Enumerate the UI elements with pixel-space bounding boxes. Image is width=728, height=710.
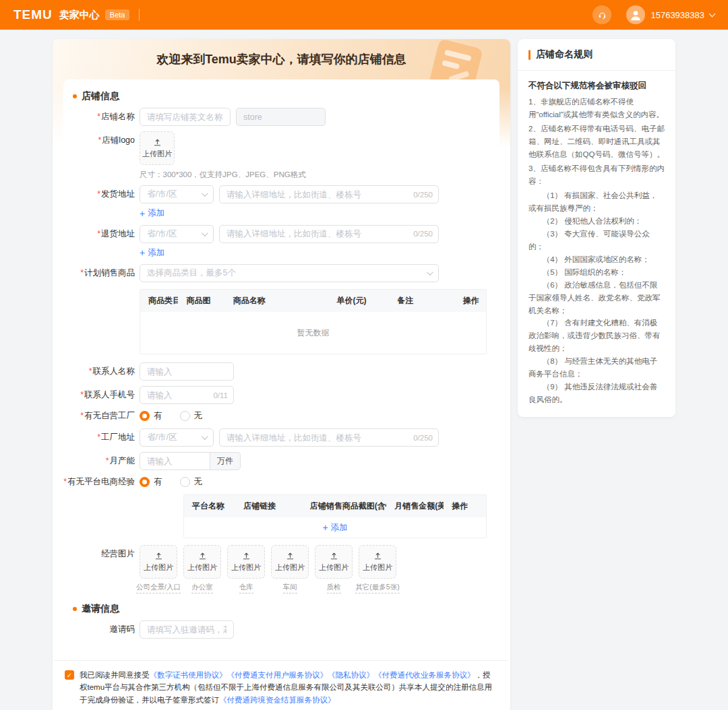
field-label: 邀请码 bbox=[63, 620, 135, 635]
rule-text: （4） 外国国家或地区的名称； bbox=[528, 253, 665, 266]
field-monthly-capacity: *月产能 万件 bbox=[63, 452, 499, 470]
business-image-tiles: 上传图片 公司全景/入口 上传图片 bbox=[140, 545, 499, 593]
upload-tile: 上传图片 公司全景/入口 bbox=[140, 545, 177, 593]
plus-icon: + bbox=[322, 523, 328, 532]
field-label: *联系人手机号 bbox=[63, 386, 135, 400]
agreement-link[interactable]: 《数字证书使用协议》 bbox=[150, 671, 227, 679]
contact-phone-input[interactable] bbox=[140, 386, 234, 404]
panel-header: 店铺命名规则 bbox=[518, 39, 675, 70]
upload-tile: 上传图片 其它(最多5张) bbox=[359, 545, 396, 593]
agreement-link[interactable]: 《隐私协议》 bbox=[328, 671, 374, 679]
factory-detail-input[interactable] bbox=[219, 428, 439, 447]
add-platform-link[interactable]: +添加 bbox=[322, 522, 347, 534]
rule-text: （9） 其他违反法律法规或社会善良风俗的。 bbox=[528, 381, 665, 406]
beta-badge: Beta bbox=[105, 9, 130, 20]
app-title: 卖家中心 bbox=[59, 9, 100, 22]
required-asterisk: * bbox=[97, 112, 100, 121]
required-asterisk: * bbox=[97, 189, 100, 199]
account-phone-number[interactable]: 15763938383 bbox=[650, 10, 704, 20]
platform-table: 平台名称店铺链接店铺销售商品截图(含销量)月销售金额(美元)操作 +添加 bbox=[183, 494, 487, 538]
upload-image-button[interactable]: 上传图片 bbox=[183, 545, 221, 579]
header-divider bbox=[139, 9, 140, 21]
upload-icon bbox=[330, 552, 338, 560]
rules-list: 1、非旗舰店的店铺名称不得使用“official”或其他带有类似含义的内容。2、… bbox=[528, 96, 665, 406]
field-contact-name: *联系人名称 bbox=[63, 362, 499, 381]
add-return-address-link[interactable]: +添加 bbox=[140, 247, 164, 259]
upload-tile: 上传图片 仓库 bbox=[227, 545, 265, 593]
field-shop-name: *店铺名称 bbox=[63, 108, 499, 126]
rule-text: 1、非旗舰店的店铺名称不得使用“official”或其他带有类似含义的内容。 bbox=[528, 96, 665, 121]
agreement-checkbox[interactable]: ✓ bbox=[65, 670, 74, 680]
radio-checked-icon bbox=[140, 411, 150, 421]
table-column-header: 商品名称 bbox=[225, 290, 329, 312]
upload-caption: 其它(最多5张) bbox=[355, 583, 399, 593]
agreement-link[interactable]: 《付费通支付用户服务协议》 bbox=[227, 671, 328, 679]
ship-region-select[interactable]: 省/市/区 bbox=[140, 185, 214, 203]
required-asterisk: * bbox=[80, 268, 84, 278]
rule-text: 3、店铺名称不得包含具有下列情形的内容： bbox=[528, 162, 665, 188]
logo-upload-button[interactable]: 上传图片 bbox=[140, 131, 175, 165]
chevron-down-icon[interactable] bbox=[709, 11, 716, 18]
upload-icon bbox=[198, 552, 207, 560]
invite-code-input[interactable] bbox=[140, 620, 234, 639]
section-bullet bbox=[73, 607, 77, 611]
table-column-header: 备注 bbox=[389, 290, 454, 312]
add-ship-address-link[interactable]: +添加 bbox=[140, 207, 164, 219]
headset-icon bbox=[598, 11, 607, 20]
required-asterisk: * bbox=[97, 229, 100, 238]
field-label: *有无平台电商经验 bbox=[63, 476, 135, 487]
upload-tile: 上传图片 办公室 bbox=[183, 545, 221, 593]
plus-icon: + bbox=[140, 248, 145, 257]
return-detail-input[interactable] bbox=[219, 225, 439, 243]
factory-no-radio[interactable]: 无 bbox=[180, 410, 203, 422]
upload-image-button[interactable]: 上传图片 bbox=[359, 545, 396, 579]
return-region-select[interactable]: 省/市/区 bbox=[140, 225, 214, 243]
rule-text: （7） 含有封建文化糟粕、有消极政治影响，或违背少数民族习俗、带有歧视性的； bbox=[528, 317, 665, 355]
upload-caption: 质检 bbox=[327, 583, 341, 593]
ship-detail-input[interactable] bbox=[219, 185, 439, 203]
radio-checked-icon bbox=[140, 477, 150, 487]
support-button[interactable] bbox=[593, 5, 611, 24]
section-bullet bbox=[73, 94, 77, 98]
chevron-down-icon bbox=[427, 269, 433, 276]
factory-region-select[interactable]: 省/市/区 bbox=[140, 428, 214, 447]
section-invite-info: 邀请信息 bbox=[63, 603, 499, 615]
ecom-yes-radio[interactable]: 有 bbox=[140, 476, 162, 488]
upload-image-button[interactable]: 上传图片 bbox=[315, 545, 353, 579]
chevron-down-icon bbox=[202, 230, 208, 236]
rule-text: （3） 夸大宣传、可能误导公众的； bbox=[528, 228, 665, 253]
section-title: 店铺信息 bbox=[82, 90, 119, 102]
rule-text: （5） 国际组织的名称； bbox=[528, 266, 665, 279]
factory-yes-radio[interactable]: 有 bbox=[140, 410, 162, 422]
table-column-header: 操作 bbox=[444, 495, 486, 517]
agreement-text-block: 我已阅读并同意接受《数字证书使用协议》《付费通支付用户服务协议》《隐私协议》《付… bbox=[80, 669, 497, 706]
field-shop-logo: *店铺logo 上传图片 尺寸：300*300，仅支持JPG、JPEG、PNG格… bbox=[63, 131, 499, 180]
upload-image-button[interactable]: 上传图片 bbox=[140, 545, 177, 579]
agreement-link[interactable]: 《付费通跨境资金结算服务协议》 bbox=[219, 696, 336, 704]
upload-caption: 车间 bbox=[283, 583, 297, 593]
product-table: 商品类目商品图商品名称单价(元)备注操作 暂无数据 bbox=[140, 289, 487, 354]
ecom-no-radio[interactable]: 无 bbox=[180, 476, 203, 488]
field-factory-address: *工厂地址 省/市/区 0/250 bbox=[63, 428, 499, 447]
user-avatar[interactable] bbox=[626, 5, 645, 24]
upload-image-button[interactable]: 上传图片 bbox=[227, 545, 265, 579]
field-label: *联系人名称 bbox=[63, 362, 135, 377]
field-return-address: *退货地址 省/市/区 0/250 +添加 bbox=[63, 225, 499, 259]
table-column-header: 操作 bbox=[455, 290, 486, 312]
contact-name-input[interactable] bbox=[140, 362, 234, 381]
field-ship-address: *发货地址 省/市/区 0/250 +添加 bbox=[63, 185, 499, 220]
empty-state: 暂无数据 bbox=[140, 312, 486, 354]
capacity-input[interactable] bbox=[140, 452, 210, 470]
capacity-unit: 万件 bbox=[210, 452, 241, 470]
required-asterisk: * bbox=[80, 390, 84, 399]
upload-image-button[interactable]: 上传图片 bbox=[271, 545, 309, 579]
shop-name-input[interactable] bbox=[140, 108, 231, 126]
required-asterisk: * bbox=[97, 432, 100, 442]
table-column-header: 商品图 bbox=[178, 290, 224, 312]
field-label: *工厂地址 bbox=[63, 428, 135, 443]
agreement-link[interactable]: 《付费通代收业务服务协议》 bbox=[374, 671, 475, 679]
table-column-header: 月销售金额(美元) bbox=[386, 495, 444, 517]
required-asterisk: * bbox=[89, 366, 92, 376]
product-category-select[interactable]: 选择商品类目，最多5个 bbox=[140, 264, 439, 282]
table-column-header: 店铺链接 bbox=[235, 495, 302, 517]
